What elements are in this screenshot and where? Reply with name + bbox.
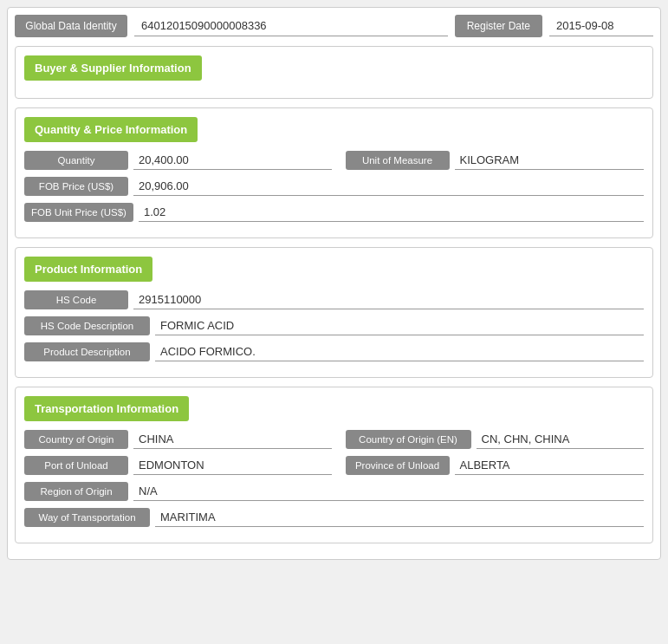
hs-code-row: HS Code 2915110000 bbox=[24, 290, 644, 309]
product-header: Product Information bbox=[24, 257, 152, 282]
fob-unit-row: FOB Unit Price (US$) 1.02 bbox=[24, 203, 644, 222]
gdi-label: Global Data Identity bbox=[15, 15, 127, 37]
country-origin-label: Country of Origin bbox=[24, 430, 128, 449]
hs-code-value: 2915110000 bbox=[133, 290, 644, 309]
fob-price-value: 20,906.00 bbox=[133, 177, 644, 196]
way-transport-label: Way of Transportation bbox=[24, 508, 150, 527]
region-origin-label: Region of Origin bbox=[24, 482, 128, 501]
unit-label: Unit of Measure bbox=[346, 151, 450, 170]
quantity-unit-row: Quantity 20,400.00 Unit of Measure KILOG… bbox=[24, 151, 644, 170]
register-date-label: Register Date bbox=[455, 15, 542, 37]
country-origin-en-value: CN, CHN, CHINA bbox=[477, 430, 645, 449]
quantity-price-header: Quantity & Price Information bbox=[24, 117, 198, 142]
fob-price-label: FOB Price (US$) bbox=[24, 177, 128, 196]
quantity-price-section: Quantity & Price Information Quantity 20… bbox=[15, 107, 653, 238]
unit-value: KILOGRAM bbox=[455, 151, 645, 170]
transportation-header: Transportation Information bbox=[24, 396, 189, 421]
hs-desc-value: FORMIC ACID bbox=[155, 316, 644, 335]
hs-desc-label: HS Code Description bbox=[24, 316, 150, 335]
province-unload-label: Province of Unload bbox=[346, 456, 450, 475]
identity-row: Global Data Identity 6401201509000000833… bbox=[15, 15, 653, 37]
quantity-price-fields: Quantity 20,400.00 Unit of Measure KILOG… bbox=[16, 151, 652, 222]
unit-col: Unit of Measure KILOGRAM bbox=[337, 151, 645, 170]
fob-unit-label: FOB Unit Price (US$) bbox=[24, 203, 133, 222]
port-unload-col: Port of Unload EDMONTON bbox=[24, 456, 332, 475]
hs-desc-row: HS Code Description FORMIC ACID bbox=[24, 316, 644, 335]
way-transport-row: Way of Transportation MARITIMA bbox=[24, 508, 644, 527]
country-origin-en-col: Country of Origin (EN) CN, CHN, CHINA bbox=[337, 430, 645, 449]
port-unload-label: Port of Unload bbox=[24, 456, 128, 475]
transportation-fields: Country of Origin CHINA Country of Origi… bbox=[16, 430, 652, 527]
province-unload-col: Province of Unload ALBERTA bbox=[337, 456, 645, 475]
hs-code-label: HS Code bbox=[24, 290, 128, 309]
port-unload-value: EDMONTON bbox=[133, 456, 332, 475]
fob-unit-value: 1.02 bbox=[139, 203, 644, 222]
province-unload-value: ALBERTA bbox=[455, 456, 645, 475]
country-origin-row: Country of Origin CHINA Country of Origi… bbox=[24, 430, 644, 449]
prod-desc-value: ACIDO FORMICO. bbox=[155, 342, 644, 361]
prod-desc-row: Product Description ACIDO FORMICO. bbox=[24, 342, 644, 361]
port-province-row: Port of Unload EDMONTON Province of Unlo… bbox=[24, 456, 644, 475]
way-transport-value: MARITIMA bbox=[155, 508, 644, 527]
country-origin-col: Country of Origin CHINA bbox=[24, 430, 332, 449]
prod-desc-label: Product Description bbox=[24, 342, 150, 361]
product-fields: HS Code 2915110000 HS Code Description F… bbox=[16, 290, 652, 361]
main-container: Global Data Identity 6401201509000000833… bbox=[7, 7, 661, 560]
quantity-label: Quantity bbox=[24, 151, 128, 170]
gdi-value: 64012015090000008336 bbox=[134, 16, 448, 36]
transportation-section: Transportation Information Country of Or… bbox=[15, 387, 653, 543]
product-section: Product Information HS Code 2915110000 H… bbox=[15, 247, 653, 378]
buyer-supplier-section: Buyer & Supplier Information bbox=[15, 46, 653, 99]
region-origin-row: Region of Origin N/A bbox=[24, 482, 644, 501]
quantity-col: Quantity 20,400.00 bbox=[24, 151, 332, 170]
region-origin-value: N/A bbox=[133, 482, 644, 501]
country-origin-value: CHINA bbox=[133, 430, 332, 449]
fob-price-row: FOB Price (US$) 20,906.00 bbox=[24, 177, 644, 196]
country-origin-en-label: Country of Origin (EN) bbox=[346, 430, 471, 449]
quantity-value: 20,400.00 bbox=[133, 151, 332, 170]
buyer-supplier-header: Buyer & Supplier Information bbox=[24, 55, 202, 81]
register-date-value: 2015-09-08 bbox=[549, 16, 653, 36]
